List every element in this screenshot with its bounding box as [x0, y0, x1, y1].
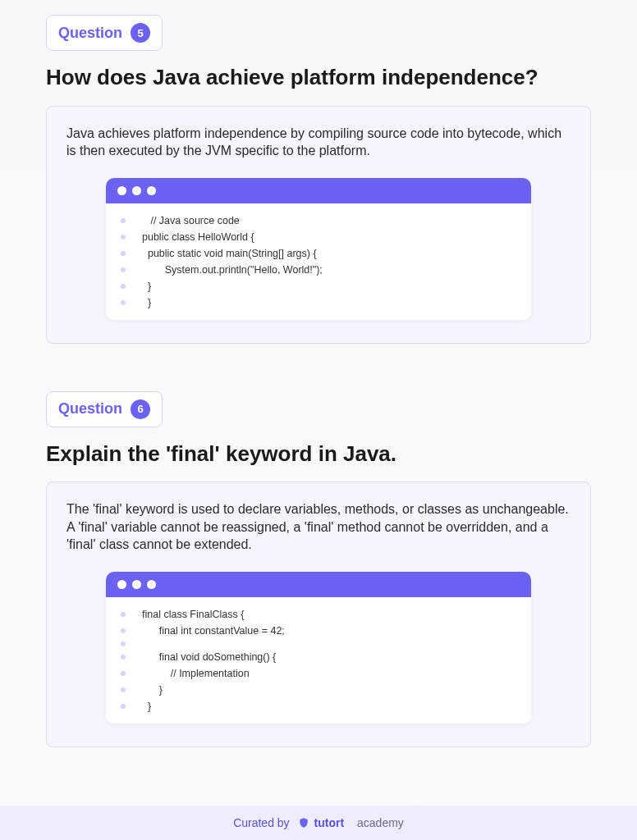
answer-text: Java achieves platform independence by c…	[66, 125, 571, 160]
code-titlebar	[106, 572, 531, 597]
code-line: final int constantValue = 42;	[116, 625, 518, 637]
window-dot-icon	[132, 580, 141, 589]
code-text: }	[142, 297, 151, 308]
question-badge: Question 5	[46, 15, 163, 51]
bullet-icon	[121, 704, 126, 709]
code-body: // Java source code public class HelloWo…	[106, 203, 531, 320]
window-dot-icon	[147, 580, 156, 589]
window-dot-icon	[117, 186, 126, 195]
code-line: }	[116, 297, 518, 308]
footer: Curated by tutort academy	[0, 806, 637, 840]
bullet-icon	[121, 251, 126, 256]
brand-name-bold: tutort	[314, 816, 345, 829]
question-block: Question 5 How does Java achieve platfor…	[46, 15, 591, 344]
bullet-icon	[121, 267, 126, 272]
bullet-icon	[121, 687, 126, 692]
code-line: // Implementation	[116, 668, 518, 679]
shield-icon	[298, 816, 309, 829]
code-line: }	[116, 281, 518, 292]
question-badge: Question 6	[46, 391, 163, 427]
code-text: public static void main(String[] args) {	[142, 248, 317, 259]
code-line: public static void main(String[] args) {	[116, 248, 518, 259]
code-body: final class FinalClass { final int const…	[106, 597, 531, 724]
code-text: System.out.println("Hello, World!");	[142, 264, 323, 276]
answer-panel: The 'final' keyword is used to declare v…	[46, 482, 591, 747]
code-line: public class HelloWorld {	[116, 231, 518, 243]
question-label: Question	[58, 400, 122, 418]
code-line: }	[116, 684, 518, 696]
bullet-icon	[121, 284, 126, 289]
code-line: final void doSomething() {	[116, 651, 518, 663]
code-line: // Java source code	[116, 215, 518, 226]
question-block: Question 6 Explain the 'final' keyword i…	[46, 391, 591, 747]
code-text: final void doSomething() {	[142, 651, 276, 663]
code-line: final class FinalClass {	[116, 609, 518, 620]
bullet-icon	[121, 218, 126, 223]
window-dot-icon	[147, 186, 156, 195]
bullet-icon	[121, 612, 126, 617]
bullet-icon	[121, 641, 126, 646]
bullet-icon	[121, 300, 126, 305]
code-text: // Java source code	[142, 215, 240, 226]
code-titlebar	[106, 178, 531, 203]
code-line	[116, 641, 518, 646]
code-text: }	[142, 281, 151, 292]
question-label: Question	[58, 25, 122, 42]
code-window: final class FinalClass { final int const…	[106, 572, 531, 724]
answer-text: The 'final' keyword is used to declare v…	[66, 500, 571, 554]
code-text: public class HelloWorld {	[142, 231, 254, 243]
code-text: final class FinalClass {	[142, 609, 244, 620]
bullet-icon	[121, 655, 126, 660]
code-window: // Java source code public class HelloWo…	[106, 178, 531, 320]
code-text: }	[142, 684, 163, 696]
question-title: Explain the 'final' keyword in Java.	[46, 441, 591, 468]
bullet-icon	[121, 671, 126, 676]
bullet-icon	[121, 235, 126, 240]
footer-brand: tutort academy	[298, 816, 404, 829]
code-text: }	[142, 701, 151, 712]
code-text: final int constantValue = 42;	[142, 625, 285, 637]
window-dot-icon	[132, 186, 141, 195]
code-line: System.out.println("Hello, World!");	[116, 264, 518, 276]
brand-name-light: academy	[357, 816, 404, 829]
question-number: 5	[131, 23, 150, 43]
question-title: How does Java achieve platform independe…	[46, 64, 591, 91]
code-text: // Implementation	[142, 668, 250, 679]
code-line: }	[116, 701, 518, 712]
answer-panel: Java achieves platform independence by c…	[46, 106, 591, 344]
footer-curated-label: Curated by	[233, 816, 289, 829]
bullet-icon	[121, 628, 126, 633]
window-dot-icon	[117, 580, 126, 589]
question-number: 6	[131, 399, 150, 419]
